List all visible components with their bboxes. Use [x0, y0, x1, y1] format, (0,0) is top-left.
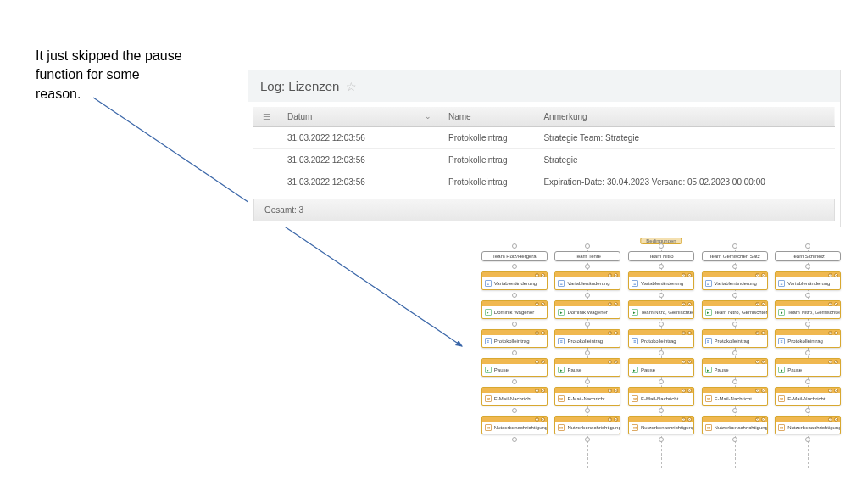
- workflow-node[interactable]: ?×✉E-Mail-Nachricht: [554, 387, 620, 406]
- team-header[interactable]: Team Nitro: [628, 251, 694, 261]
- node-action-icon[interactable]: ?: [828, 302, 832, 306]
- node-action-icon[interactable]: ?: [828, 273, 832, 277]
- node-action-icon[interactable]: ?: [682, 273, 686, 277]
- node-action-icon[interactable]: ?: [828, 417, 832, 422]
- node-close-icon[interactable]: ×: [761, 273, 765, 277]
- node-action-icon[interactable]: ?: [828, 389, 832, 393]
- workflow-node[interactable]: ?×≡Variablenänderung: [702, 271, 768, 290]
- team-header[interactable]: Team Gemischen Satz: [702, 251, 768, 261]
- node-action-icon[interactable]: ?: [755, 273, 760, 277]
- workflow-node[interactable]: ?×▸Team Nitro, Gemischter Satz: [775, 300, 841, 319]
- node-action-icon[interactable]: ?: [535, 389, 539, 393]
- node-close-icon[interactable]: ×: [761, 360, 765, 364]
- workflow-node[interactable]: ?×≡Variablenänderung: [628, 271, 694, 290]
- workflow-node[interactable]: ?×✉Nutzerbenachrichtigung: [775, 416, 841, 434]
- workflow-node[interactable]: ?×▸Pause: [628, 358, 694, 377]
- node-close-icon[interactable]: ×: [614, 417, 618, 422]
- node-close-icon[interactable]: ×: [834, 273, 838, 277]
- table-row[interactable]: 31.03.2022 12:03:56ProtokolleintragStrat…: [253, 127, 835, 149]
- node-action-icon[interactable]: ?: [755, 360, 760, 364]
- node-close-icon[interactable]: ×: [687, 273, 692, 277]
- node-close-icon[interactable]: ×: [541, 360, 545, 364]
- node-action-icon[interactable]: ?: [535, 417, 539, 422]
- workflow-node[interactable]: ?×▸Dominik Wagener: [481, 300, 548, 319]
- workflow-node[interactable]: ?×▸Pause: [775, 358, 841, 377]
- node-close-icon[interactable]: ×: [687, 417, 692, 422]
- node-close-icon[interactable]: ×: [834, 360, 838, 364]
- table-row[interactable]: 31.03.2022 12:03:56ProtokolleintragStrat…: [253, 149, 835, 171]
- node-close-icon[interactable]: ×: [687, 360, 692, 364]
- workflow-node[interactable]: ?×✉E-Mail-Nachricht: [628, 387, 694, 406]
- node-close-icon[interactable]: ×: [687, 331, 692, 335]
- node-action-icon[interactable]: ?: [828, 331, 832, 335]
- node-close-icon[interactable]: ×: [761, 302, 765, 306]
- node-close-icon[interactable]: ×: [761, 331, 765, 335]
- workflow-node[interactable]: ?×✉E-Mail-Nachricht: [702, 387, 768, 406]
- workflow-node[interactable]: ?×▸Pause: [554, 358, 620, 377]
- workflow-node[interactable]: ?×≡Variablenänderung: [554, 271, 620, 290]
- node-close-icon[interactable]: ×: [614, 360, 618, 364]
- node-action-icon[interactable]: ?: [828, 360, 832, 364]
- column-header-name[interactable]: Name: [440, 107, 535, 127]
- node-action-icon[interactable]: ?: [535, 302, 539, 306]
- workflow-node[interactable]: ?×≡Protokolleintrag: [481, 329, 548, 348]
- workflow-node[interactable]: ?×▸Pause: [481, 358, 548, 377]
- node-action-icon[interactable]: ?: [535, 360, 539, 364]
- node-action-icon[interactable]: ?: [608, 360, 612, 364]
- node-close-icon[interactable]: ×: [834, 331, 838, 335]
- node-action-icon[interactable]: ?: [535, 331, 539, 335]
- workflow-node[interactable]: ?×✉E-Mail-Nachricht: [481, 387, 548, 406]
- workflow-node[interactable]: ?×≡Variablenänderung: [775, 271, 841, 290]
- node-close-icon[interactable]: ×: [834, 417, 838, 422]
- node-action-icon[interactable]: ?: [608, 389, 612, 393]
- team-header[interactable]: Team Holz/Hergera: [481, 251, 548, 261]
- workflow-node[interactable]: ?×✉E-Mail-Nachricht: [775, 387, 841, 406]
- node-action-icon[interactable]: ?: [755, 389, 760, 393]
- node-close-icon[interactable]: ×: [541, 389, 545, 393]
- node-action-icon[interactable]: ?: [755, 417, 760, 422]
- table-row[interactable]: 31.03.2022 12:03:56ProtokolleintragExpir…: [253, 171, 835, 193]
- node-close-icon[interactable]: ×: [614, 273, 618, 277]
- node-action-icon[interactable]: ?: [755, 331, 760, 335]
- hamburger-icon[interactable]: ☰: [253, 107, 279, 127]
- workflow-node[interactable]: ?×✉Nutzerbenachrichtigung: [554, 416, 620, 434]
- node-close-icon[interactable]: ×: [687, 389, 692, 393]
- node-close-icon[interactable]: ×: [541, 273, 545, 277]
- node-action-icon[interactable]: ?: [608, 417, 612, 422]
- node-close-icon[interactable]: ×: [541, 331, 545, 335]
- team-header[interactable]: Team Schmelz: [775, 251, 841, 261]
- node-action-icon[interactable]: ?: [608, 331, 612, 335]
- workflow-node[interactable]: ?×≡Protokolleintrag: [628, 329, 694, 348]
- column-header-anmerkung[interactable]: Anmerkung: [535, 107, 835, 127]
- workflow-node[interactable]: ?×▸Pause: [702, 358, 768, 377]
- node-close-icon[interactable]: ×: [834, 389, 838, 393]
- workflow-node[interactable]: ?×≡Protokolleintrag: [554, 329, 620, 348]
- node-action-icon[interactable]: ?: [682, 360, 686, 364]
- workflow-node[interactable]: ?×≡Protokolleintrag: [775, 329, 841, 348]
- workflow-node[interactable]: ?×✉Nutzerbenachrichtigung: [702, 416, 768, 434]
- node-action-icon[interactable]: ?: [608, 273, 612, 277]
- node-action-icon[interactable]: ?: [682, 417, 686, 422]
- workflow-node[interactable]: ?×≡Protokolleintrag: [702, 329, 768, 348]
- node-close-icon[interactable]: ×: [614, 389, 618, 393]
- node-close-icon[interactable]: ×: [761, 417, 765, 422]
- node-action-icon[interactable]: ?: [608, 302, 612, 306]
- node-close-icon[interactable]: ×: [614, 331, 618, 335]
- node-close-icon[interactable]: ×: [687, 302, 692, 306]
- node-close-icon[interactable]: ×: [541, 302, 545, 306]
- workflow-node[interactable]: ?×✉Nutzerbenachrichtigung: [481, 416, 548, 434]
- column-header-datum[interactable]: Datum ⌄: [279, 107, 440, 127]
- node-close-icon[interactable]: ×: [614, 302, 618, 306]
- workflow-node[interactable]: ?×▸Dominik Wagener: [554, 300, 620, 319]
- node-action-icon[interactable]: ?: [755, 302, 760, 306]
- star-icon[interactable]: ☆: [346, 80, 357, 93]
- node-action-icon[interactable]: ?: [682, 331, 686, 335]
- team-header[interactable]: Team Tente: [554, 251, 620, 261]
- node-action-icon[interactable]: ?: [535, 273, 539, 277]
- node-close-icon[interactable]: ×: [761, 389, 765, 393]
- node-close-icon[interactable]: ×: [541, 417, 545, 422]
- workflow-node[interactable]: ?×≡Variablenänderung: [481, 271, 548, 290]
- workflow-node[interactable]: ?×✉Nutzerbenachrichtigung: [628, 416, 694, 434]
- workflow-node[interactable]: ?×▸Team Nitro, Gemischter Satz: [702, 300, 768, 319]
- node-action-icon[interactable]: ?: [682, 389, 686, 393]
